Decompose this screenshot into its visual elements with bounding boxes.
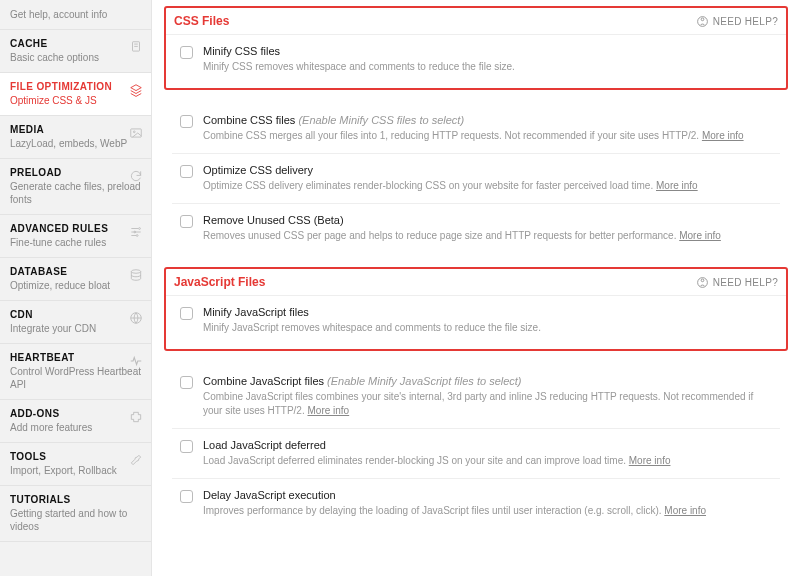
option-label: Combine JavaScript files (Enable Minify … xyxy=(203,375,772,387)
help-icon xyxy=(696,276,709,289)
sidebar-item-title: HEARTBEAT xyxy=(10,352,141,363)
sidebar-item-sub: Basic cache options xyxy=(10,51,141,64)
option-minify-css: Minify CSS filesMinify CSS removes white… xyxy=(172,35,780,84)
sidebar-item-title: ADD-ONS xyxy=(10,408,141,419)
svg-rect-1 xyxy=(131,129,142,137)
js-section-title: JavaScript Files xyxy=(174,275,265,289)
option-desc: Removes unused CSS per page and helps to… xyxy=(203,229,772,243)
checkbox-minify-js[interactable] xyxy=(180,307,193,320)
option-remove-unused-css: Remove Unused CSS (Beta)Removes unused C… xyxy=(172,204,780,253)
stack-icon xyxy=(129,83,143,97)
more-info-link[interactable]: More info xyxy=(629,455,671,466)
need-help-text: NEED HELP? xyxy=(713,16,778,27)
sidebar-item-title: MEDIA xyxy=(10,124,141,135)
js-section-header: JavaScript FilesNEED HELP? xyxy=(166,269,786,296)
sidebar-item-cache[interactable]: CACHEBasic cache options xyxy=(0,30,151,73)
puzzle-icon xyxy=(129,410,143,424)
more-info-link[interactable]: More info xyxy=(702,130,744,141)
sidebar-item-title: CDN xyxy=(10,309,141,320)
checkbox-load-js-deferred[interactable] xyxy=(180,440,193,453)
option-delay-js: Delay JavaScript executionImproves perfo… xyxy=(172,479,780,528)
option-label: Combine CSS files (Enable Minify CSS fil… xyxy=(203,114,772,126)
sidebar-item-title: CACHE xyxy=(10,38,141,49)
css-section-highlight-block: CSS FilesNEED HELP?Minify CSS filesMinif… xyxy=(164,6,788,90)
svg-point-5 xyxy=(136,235,138,237)
more-info-link[interactable]: More info xyxy=(656,180,698,191)
sidebar-item-sub: Get help, account info xyxy=(10,8,141,21)
sidebar-item-sub: Generate cache files, preload fonts xyxy=(10,180,141,206)
sliders-icon xyxy=(129,225,143,239)
option-desc: Minify CSS removes whitespace and commen… xyxy=(203,60,772,74)
sidebar-item-title: PRELOAD xyxy=(10,167,141,178)
svg-point-2 xyxy=(133,131,135,133)
sidebar-item-sub: LazyLoad, embeds, WebP xyxy=(10,137,141,150)
sidebar-item-advanced-rules[interactable]: ADVANCED RULESFine-tune cache rules xyxy=(0,215,151,258)
svg-point-6 xyxy=(131,270,140,274)
more-info-link[interactable]: More info xyxy=(664,505,706,516)
sidebar-item-sub: Add more features xyxy=(10,421,141,434)
option-load-js-deferred: Load JavaScript deferredLoad JavaScript … xyxy=(172,429,780,479)
heartbeat-icon xyxy=(129,354,143,368)
checkbox-remove-unused-css[interactable] xyxy=(180,215,193,228)
sidebar-item-tutorials[interactable]: TUTORIALSGetting started and how to vide… xyxy=(0,486,151,542)
css-section-header: CSS FilesNEED HELP? xyxy=(166,8,786,35)
globe-icon xyxy=(129,311,143,325)
sidebar-item-title: FILE OPTIMIZATION xyxy=(10,81,141,92)
sidebar-item-sub: Import, Export, Rollback xyxy=(10,464,141,477)
sidebar-item-tools[interactable]: TOOLSImport, Export, Rollback xyxy=(0,443,151,486)
sidebar-item-sub: Integrate your CDN xyxy=(10,322,141,335)
checkbox-combine-css[interactable] xyxy=(180,115,193,128)
need-help-link[interactable]: NEED HELP? xyxy=(696,15,778,28)
sidebar-item-cdn[interactable]: CDNIntegrate your CDN xyxy=(0,301,151,344)
sidebar-item-sub: Control WordPress Heartbeat API xyxy=(10,365,141,391)
option-minify-js: Minify JavaScript filesMinify JavaScript… xyxy=(172,296,780,345)
option-combine-css: Combine CSS files (Enable Minify CSS fil… xyxy=(172,104,780,154)
help-icon xyxy=(696,15,709,28)
option-hint: (Enable Minify JavaScript files to selec… xyxy=(324,375,521,387)
sidebar-item-sub: Getting started and how to videos xyxy=(10,507,141,533)
svg-point-3 xyxy=(139,228,141,230)
checkbox-minify-css[interactable] xyxy=(180,46,193,59)
sidebar-item-database[interactable]: DATABASEOptimize, reduce bloat xyxy=(0,258,151,301)
sidebar-item-media[interactable]: MEDIALazyLoad, embeds, WebP xyxy=(0,116,151,159)
wrench-icon xyxy=(129,453,143,467)
sidebar-item-sub: Fine-tune cache rules xyxy=(10,236,141,249)
sidebar-item-dashboard[interactable]: Get help, account info xyxy=(0,0,151,30)
option-desc: Improves performance by delaying the loa… xyxy=(203,504,772,518)
option-label: Delay JavaScript execution xyxy=(203,489,772,501)
option-desc: Minify JavaScript removes whitespace and… xyxy=(203,321,772,335)
svg-point-9 xyxy=(701,17,704,20)
sidebar: Get help, account infoCACHEBasic cache o… xyxy=(0,0,152,576)
sidebar-item-title: TUTORIALS xyxy=(10,494,141,505)
database-icon xyxy=(129,268,143,282)
option-desc: Load JavaScript deferred eliminates rend… xyxy=(203,454,772,468)
sidebar-item-heartbeat[interactable]: HEARTBEATControl WordPress Heartbeat API xyxy=(0,344,151,400)
sidebar-item-title: DATABASE xyxy=(10,266,141,277)
option-desc: Combine CSS merges all your files into 1… xyxy=(203,129,772,143)
option-hint: (Enable Minify CSS files to select) xyxy=(295,114,464,126)
sidebar-item-title: TOOLS xyxy=(10,451,141,462)
more-info-link[interactable]: More info xyxy=(679,230,721,241)
need-help-text: NEED HELP? xyxy=(713,277,778,288)
need-help-link[interactable]: NEED HELP? xyxy=(696,276,778,289)
sidebar-item-file-optimization[interactable]: FILE OPTIMIZATIONOptimize CSS & JS xyxy=(0,73,151,116)
more-info-link[interactable]: More info xyxy=(307,405,349,416)
css-section-options: Combine CSS files (Enable Minify CSS fil… xyxy=(164,102,788,255)
file-icon xyxy=(129,40,143,54)
js-section-highlight-block: JavaScript FilesNEED HELP?Minify JavaScr… xyxy=(164,267,788,351)
checkbox-combine-js[interactable] xyxy=(180,376,193,389)
checkbox-delay-js[interactable] xyxy=(180,490,193,503)
option-label: Optimize CSS delivery xyxy=(203,164,772,176)
checkbox-optimize-css[interactable] xyxy=(180,165,193,178)
option-desc: Combine JavaScript files combines your s… xyxy=(203,390,772,418)
image-icon xyxy=(129,126,143,140)
main-content: CSS FilesNEED HELP?Minify CSS filesMinif… xyxy=(152,0,800,576)
svg-point-11 xyxy=(701,278,704,281)
sidebar-item-preload[interactable]: PRELOADGenerate cache files, preload fon… xyxy=(0,159,151,215)
option-label: Remove Unused CSS (Beta) xyxy=(203,214,772,226)
sidebar-item-addons[interactable]: ADD-ONSAdd more features xyxy=(0,400,151,443)
option-desc: Optimize CSS delivery eliminates render-… xyxy=(203,179,772,193)
sidebar-item-title: ADVANCED RULES xyxy=(10,223,141,234)
js-section-options: Combine JavaScript files (Enable Minify … xyxy=(164,363,788,530)
refresh-icon xyxy=(129,169,143,183)
